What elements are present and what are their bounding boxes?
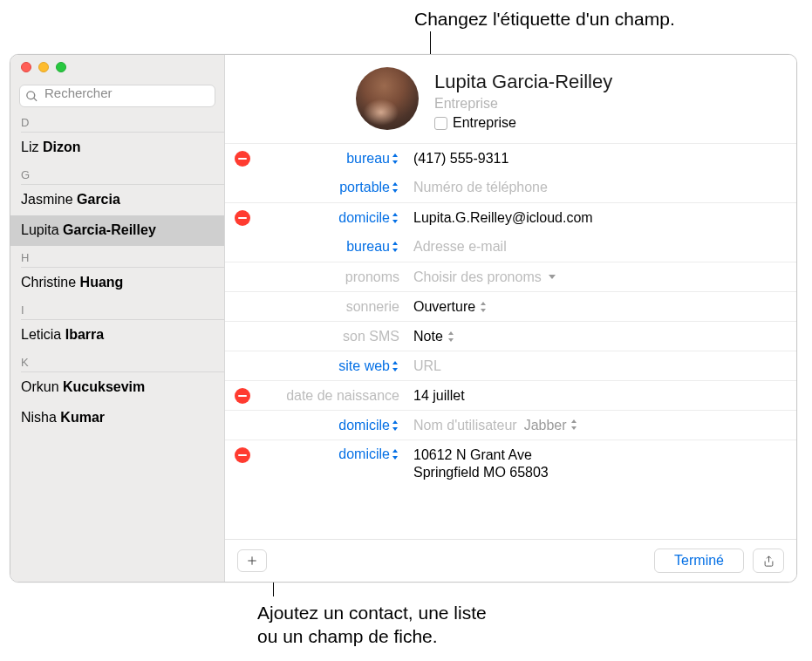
contact-first-name: Orkun	[21, 379, 63, 394]
callout-change-label: Changez l'étiquette d'un champ.	[414, 7, 675, 31]
email-home-value[interactable]: Lupita.G.Reilley@icloud.com	[408, 205, 796, 231]
field-label-static: date de naissance	[260, 388, 408, 404]
share-button[interactable]	[753, 549, 784, 573]
chevrons-icon	[392, 242, 399, 252]
contact-first-name: Jasmine	[21, 192, 77, 207]
contact-row[interactable]: Jasmine Garcia	[10, 185, 224, 215]
pronouns-selector[interactable]: Choisir des pronoms	[408, 264, 796, 290]
zoom-window-button[interactable]	[56, 62, 66, 72]
field-label-selector[interactable]: domicile	[260, 418, 408, 433]
window-controls	[10, 57, 224, 77]
contact-row[interactable]: Lupita Garcia-Reilley	[10, 215, 224, 246]
email-office-placeholder[interactable]: Adresse e-mail	[408, 234, 796, 260]
field-label-selector[interactable]: bureau	[260, 151, 408, 167]
chevrons-icon	[392, 449, 399, 460]
minimize-window-button[interactable]	[38, 62, 49, 72]
company-checkbox-label: Entreprise	[453, 115, 516, 131]
chevrons-icon	[481, 302, 488, 312]
contact-last-name: Huang	[80, 275, 124, 290]
address-line: 10612 N Grant Ave	[413, 447, 532, 463]
contact-row[interactable]: Christine Huang	[10, 268, 224, 298]
chevrons-icon	[392, 182, 399, 193]
chevrons-icon	[392, 361, 399, 371]
section-letter: H	[10, 246, 224, 264]
share-icon	[762, 554, 775, 569]
field-label-selector[interactable]: bureau	[260, 239, 408, 255]
sidebar: DLiz DizonGJasmine GarciaLupita Garcia-R…	[10, 55, 225, 582]
remove-button[interactable]	[235, 388, 250, 404]
contact-first-name: Nisha	[21, 410, 60, 425]
section-letter: I	[10, 298, 224, 317]
remove-button[interactable]	[235, 151, 250, 167]
phone-mobile-placeholder[interactable]: Numéro de téléphone	[408, 174, 796, 201]
search-icon	[25, 90, 38, 103]
ringtone-selector[interactable]: Ouverture	[408, 294, 796, 320]
contact-list: DLiz DizonGJasmine GarciaLupita Garcia-R…	[10, 111, 224, 433]
field-address: domicile 10612 N Grant Ave Springfield M…	[225, 440, 796, 487]
section-letter: K	[10, 351, 224, 369]
section-letter: G	[10, 163, 224, 181]
contact-row[interactable]: Orkun Kucuksevim	[10, 372, 224, 403]
callout-add: Ajoutez un contact, une liste ou un cham…	[257, 601, 487, 649]
close-window-button[interactable]	[21, 62, 31, 72]
field-label-selector[interactable]: portable	[260, 180, 408, 195]
remove-button[interactable]	[235, 210, 250, 226]
address-value[interactable]: 10612 N Grant Ave Springfield MO 65803	[408, 440, 796, 487]
contact-first-name: Lupita	[21, 222, 63, 237]
contact-row[interactable]: Nisha Kumar	[10, 403, 224, 433]
im-service-selector[interactable]: Jabber	[524, 418, 578, 433]
name-block: Lupita Garcia-Reilley Entreprise Entrepr…	[434, 67, 612, 131]
im-value-row[interactable]: Nom d'utilisateur Jabber	[408, 412, 796, 439]
plus-icon	[246, 555, 258, 567]
contact-last-name: Ibarra	[65, 327, 104, 342]
search-input[interactable]	[44, 85, 188, 100]
contact-last-name: Dizon	[43, 140, 81, 154]
chevrons-icon	[448, 331, 455, 342]
contact-first-name: Christine	[21, 275, 80, 290]
search-field[interactable]	[19, 85, 215, 107]
company-checkbox[interactable]	[434, 117, 447, 130]
website-placeholder[interactable]: URL	[408, 353, 796, 379]
field-label-selector[interactable]: domicile	[260, 210, 408, 226]
contact-name[interactable]: Lupita Garcia-Reilley	[434, 71, 612, 93]
chevrons-icon	[392, 153, 399, 164]
field-ringtone: sonnerie Ouverture	[225, 291, 796, 321]
add-button[interactable]	[237, 549, 267, 572]
done-button[interactable]: Terminé	[654, 549, 744, 573]
field-website: site web URL	[225, 351, 796, 380]
field-phone-office: bureau (417) 555-9311	[225, 143, 796, 173]
birthday-value[interactable]: 14 juillet	[408, 383, 796, 409]
section-letter: D	[10, 111, 224, 129]
contact-row[interactable]: Leticia Ibarra	[10, 320, 224, 351]
field-email-office: bureau Adresse e-mail	[225, 232, 796, 262]
field-birthday: date de naissance 14 juillet	[225, 380, 796, 410]
field-label-selector[interactable]: domicile	[260, 440, 408, 462]
contact-last-name: Garcia	[77, 192, 120, 207]
texttone-selector[interactable]: Note	[408, 324, 796, 350]
im-username-placeholder[interactable]: Nom d'utilisateur	[413, 418, 517, 433]
contact-first-name: Liz	[21, 140, 43, 154]
avatar[interactable]	[356, 67, 419, 130]
callout-line: Ajoutez un contact, une liste	[257, 601, 487, 624]
chevrons-icon	[392, 420, 399, 431]
company-checkbox-row[interactable]: Entreprise	[434, 115, 612, 131]
remove-button[interactable]	[235, 447, 250, 463]
toolbar: Terminé	[225, 539, 796, 582]
field-pronouns: pronoms Choisir des pronoms	[225, 262, 796, 291]
detail-pane: Lupita Garcia-Reilley Entreprise Entrepr…	[225, 55, 796, 582]
contact-header: Lupita Garcia-Reilley Entreprise Entrepr…	[225, 55, 796, 143]
toolbar-right: Terminé	[654, 549, 784, 573]
field-label-selector[interactable]: site web	[260, 358, 408, 374]
field-phone-mobile: portable Numéro de téléphone	[225, 173, 796, 202]
contact-last-name: Kucuksevim	[63, 379, 145, 394]
callout-line: ou un champ de fiche.	[257, 624, 487, 648]
chevrons-icon	[392, 213, 399, 223]
fields: bureau (417) 555-9311 portable Numéro de…	[225, 143, 796, 539]
contact-row[interactable]: Liz Dizon	[10, 133, 224, 163]
phone-office-value[interactable]: (417) 555-9311	[408, 146, 796, 172]
company-placeholder[interactable]: Entreprise	[434, 96, 612, 112]
contacts-window: DLiz DizonGJasmine GarciaLupita Garcia-R…	[10, 54, 797, 583]
field-im: domicile Nom d'utilisateur Jabber	[225, 410, 796, 440]
chevron-down-icon	[549, 275, 556, 279]
field-texttone: son SMS Note	[225, 321, 796, 351]
